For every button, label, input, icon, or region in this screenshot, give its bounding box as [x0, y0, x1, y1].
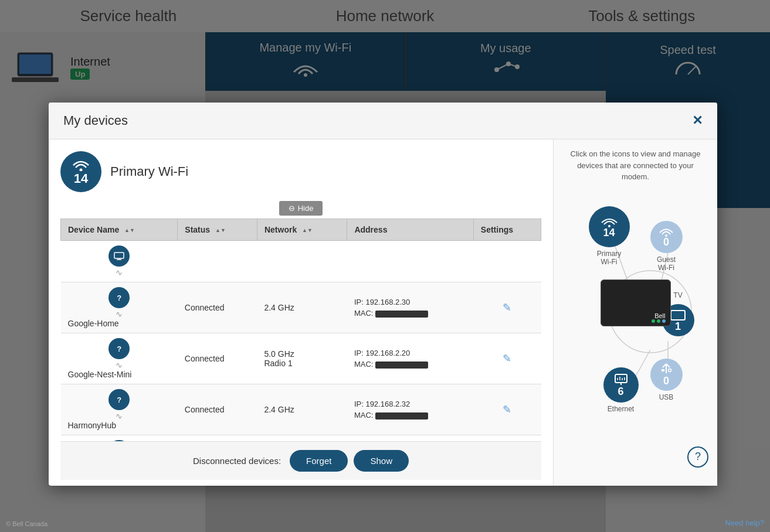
modal-header: My devices ✕	[49, 103, 717, 139]
guest-wifi-node[interactable]: 0 GuestWi-Fi	[650, 221, 683, 272]
sort-arrows-status[interactable]: ▲▼	[215, 228, 226, 233]
address-cell-2: IP: 192.168.2.32 MAC:	[347, 384, 473, 435]
devices-table: Device Name ▲▼ Status ▲▼ Network ▲▼	[60, 219, 541, 441]
hide-button[interactable]: ⊖ Hide	[279, 201, 323, 216]
primary-wifi-circle[interactable]: 14	[60, 151, 101, 192]
network-cell-1: 5.0 GHzRadio 1	[257, 333, 347, 384]
table-row: ? ∿ Google-Nest-Mini Connected 5.0 GHzRa…	[61, 333, 541, 384]
table-row: ? ∿ HS100 Connected 2.4 GHz IP: 192.168.…	[61, 435, 541, 442]
usb-circle-node[interactable]: 0	[650, 359, 683, 391]
mac-bar-2	[375, 412, 428, 420]
edit-icon-1[interactable]: ✎	[503, 353, 511, 364]
device-icon-1[interactable]: ?	[108, 338, 130, 359]
guest-wifi-label: GuestWi-Fi	[657, 255, 676, 272]
modal-main-content: 14 Primary Wi-Fi ⊖ Hide Device Name	[49, 139, 553, 486]
network-cell-0: 2.4 GHz	[257, 282, 347, 333]
address-cell-3: IP: 192.168.2.48 MAC:	[347, 435, 473, 442]
col-settings: Settings	[473, 219, 541, 241]
sort-arrows-name[interactable]: ▲▼	[124, 228, 135, 233]
table-header-row: Device Name ▲▼ Status ▲▼ Network ▲▼	[61, 219, 541, 241]
svg-rect-29	[615, 374, 627, 383]
device-name-0: Google-Home	[68, 319, 119, 328]
col-network[interactable]: Network ▲▼	[257, 219, 347, 241]
device-name-2: HarmonyHub	[68, 421, 116, 430]
mac-bar-0	[375, 311, 428, 318]
my-devices-modal: My devices ✕ 14 Primary Wi-Fi	[49, 103, 717, 486]
usb-node[interactable]: 0 USB	[650, 359, 683, 401]
status-cell-1: Connected	[178, 333, 257, 384]
modem-light-2	[657, 319, 660, 323]
wifi-signal-icon: ∿	[116, 268, 123, 277]
hide-button-row: ⊖ Hide	[60, 201, 541, 216]
forget-button[interactable]: Forget	[290, 450, 348, 472]
need-help-link[interactable]: Need help?	[725, 519, 765, 527]
col-device-name[interactable]: Device Name ▲▼	[61, 219, 178, 241]
modal-sidebar: Click on the icons to view and manage de…	[553, 139, 717, 486]
table-row: ∿	[61, 241, 541, 282]
modal-footer: Disconnected devices: Forget Show	[60, 441, 541, 480]
wifi-section-header: 14 Primary Wi-Fi	[60, 151, 541, 192]
edit-icon-2[interactable]: ✎	[503, 404, 511, 415]
network-diagram: 14 PrimaryWi-Fi 0 GuestWi-Fi	[565, 195, 706, 441]
svg-rect-22	[671, 311, 685, 320]
modal-title: My devices	[63, 113, 128, 128]
wifi-section-label: Primary Wi-Fi	[110, 164, 188, 179]
network-cell-2: 2.4 GHz	[257, 384, 347, 435]
col-address: Address	[347, 219, 473, 241]
device-name-1: Google-Nest-Mini	[68, 370, 132, 379]
sort-arrows-network[interactable]: ▲▼	[302, 228, 313, 233]
ethernet-circle-node[interactable]: 6	[603, 367, 639, 403]
wifi-signal-1: ∿	[116, 360, 123, 370]
modal-body: 14 Primary Wi-Fi ⊖ Hide Device Name	[49, 139, 717, 486]
modem-light-1	[652, 319, 655, 323]
network-cell-3: 2.4 GHz	[257, 435, 347, 442]
table-row: ? ∿ Google-Home Connected 2.4 GHz IP: 19…	[61, 282, 541, 333]
guest-wifi-circle-node[interactable]: 0	[650, 221, 683, 253]
device-icon-2[interactable]: ?	[108, 389, 130, 410]
svg-point-28	[669, 369, 671, 372]
usb-label: USB	[659, 393, 674, 401]
table-row: ? ∿ HarmonyHub Connected 2.4 GHz IP: 192…	[61, 384, 541, 435]
ethernet-node[interactable]: 6 Ethernet	[603, 367, 639, 413]
modal-close-button[interactable]: ✕	[692, 113, 703, 128]
modem-lights	[652, 319, 666, 323]
show-button[interactable]: Show	[354, 450, 409, 472]
primary-wifi-label: PrimaryWi-Fi	[597, 250, 621, 266]
svg-rect-27	[662, 369, 664, 371]
ethernet-label: Ethernet	[608, 405, 634, 413]
status-cell-2: Connected	[178, 384, 257, 435]
address-cell-1: IP: 192.168.2.20 MAC:	[347, 333, 473, 384]
primary-wifi-node[interactable]: 14 PrimaryWi-Fi	[589, 206, 630, 266]
wifi-signal-2: ∿	[116, 411, 123, 421]
device-icon-0[interactable]: ?	[108, 287, 130, 308]
device-icon[interactable]	[108, 245, 130, 267]
modem-brand-label: Bell	[654, 312, 665, 319]
devices-table-scroll[interactable]: Device Name ▲▼ Status ▲▼ Network ▲▼	[60, 219, 541, 441]
svg-rect-11	[114, 253, 124, 258]
minus-icon: ⊖	[289, 204, 295, 213]
wifi-signal-0: ∿	[116, 309, 123, 319]
col-status[interactable]: Status ▲▼	[178, 219, 257, 241]
status-cell-3: Connected	[178, 435, 257, 442]
modem-light-3	[662, 319, 666, 323]
mac-bar-1	[375, 362, 428, 369]
status-cell-0: Connected	[178, 282, 257, 333]
help-button[interactable]: ?	[687, 446, 708, 468]
modem-device[interactable]: Bell	[601, 279, 671, 326]
copyright-footer: © Bell Canada	[6, 520, 48, 527]
tv-label: TV	[673, 291, 682, 299]
disconnected-label: Disconnected devices:	[193, 456, 281, 466]
edit-icon-0[interactable]: ✎	[503, 302, 511, 313]
sidebar-help-text: Click on the icons to view and manage de…	[562, 148, 708, 183]
primary-wifi-circle-node[interactable]: 14	[589, 206, 630, 247]
address-cell-0: IP: 192.168.2.30 MAC:	[347, 282, 473, 333]
